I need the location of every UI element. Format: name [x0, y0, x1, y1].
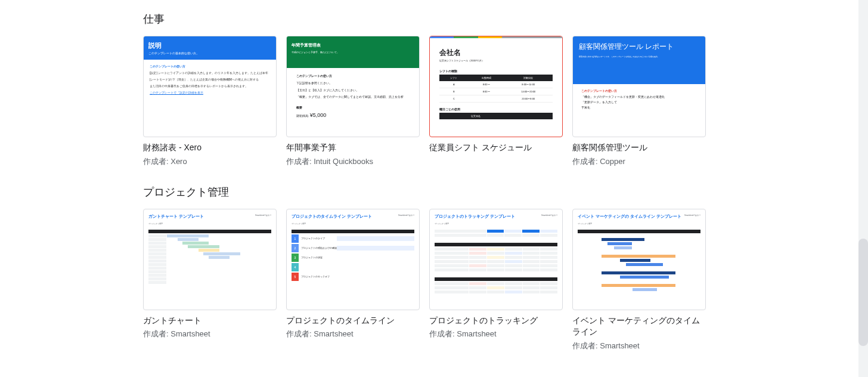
thumb-section-label: 曜日ごとの使用 — [439, 107, 553, 111]
thumb-item: 下記説明を参照ください。 — [296, 81, 410, 86]
template-card-tracking[interactable]: プロジェクトのトラッキング テンプレート Smartsheet® 提供 » プロ… — [429, 209, 563, 351]
template-author: 作成者: Copper — [572, 156, 706, 167]
template-title: プロジェクトのトラッキング — [429, 315, 563, 327]
template-title: プロジェクトのタイムライン — [286, 315, 420, 327]
template-card-gantt[interactable]: ガントチャート テンプレート Smartsheet® 提供 » プロジェクト管理 — [143, 209, 277, 351]
template-card-event[interactable]: イベント マーケティングの タイムライン テンプレート Smartsheet® … — [572, 209, 706, 351]
template-author: 作成者: Smartsheet — [143, 329, 277, 339]
section-project: プロジェクト管理 ガントチャート テンプレート Smartsheet® 提供 »… — [143, 185, 844, 351]
td: 8:00〜14:00 — [504, 81, 553, 88]
tl-label: プロジェクトのキックオフ — [301, 275, 337, 278]
thumbnail-timeline: プロジェクトのタイムライン テンプレート Smartsheet® 提供 » プロ… — [286, 209, 420, 310]
thumb-heading: プロジェクトのトラッキング テンプレート — [435, 214, 515, 219]
thumb-item: 予算化 — [581, 106, 697, 109]
td: 20:00〜8:00 — [504, 95, 553, 103]
template-card-shift[interactable]: 会社名 従業員シフトスケジュール（2000年1月） シフトの種類 シフト 出勤時… — [429, 36, 563, 167]
thumb-sub: プロジェクト管理 — [148, 223, 271, 225]
thumb-footer-amount: ¥5,000 — [310, 112, 327, 118]
thumb-header-sub: このテンプレートの基本的な使い方。 — [148, 51, 271, 55]
thumb-item: 【支出】と【収入】タブに入力してください。 — [296, 88, 410, 93]
thumb-shift-table: シフト 出勤時間 対象病院 A 8:00〜 8:00〜14:00 B 8:00〜 — [439, 75, 553, 103]
thumb-item: [設定] シートにライアントの詳細を入力します。のリスト年を入力します。たとえば… — [150, 70, 270, 75]
thumb-footer-label: 概要 — [296, 106, 410, 110]
thumb-body-heading: このテンプレートの使い方 — [581, 89, 697, 92]
thumb-header-sub: 顧客関係に関する詳細なレポートです。このテンプレートを利用してあなたのビジネス環… — [579, 55, 699, 58]
template-title: ガントチャート — [143, 315, 277, 327]
template-author: 作成者: Smartsheet — [286, 329, 420, 339]
template-author: 作成者: Smartsheet — [572, 341, 706, 351]
template-author: 作成者: Intuit Quickbooks — [286, 156, 420, 167]
th: 対象病院 — [504, 75, 553, 81]
thumb-meta: Smartsheet® 提供 » — [684, 214, 700, 219]
thumb-body-heading: このテンプレートの使い方 — [296, 74, 410, 78]
th: 出勤時間 — [469, 75, 504, 81]
td — [469, 95, 504, 103]
section-title-project: プロジェクト管理 — [143, 185, 844, 199]
thumb-item-link: このテンプレートで「設定の詳細を表示 — [150, 90, 270, 95]
thumb-header-title: 顧客関係管理ツール レポート — [579, 42, 699, 52]
thumb-heading: プロジェクトのタイムライン テンプレート — [292, 214, 372, 219]
thumb-sub: プロジェクト管理 — [292, 223, 414, 225]
thumbnail-budget: 年間予算管理表 年間のビジョンと予算手、新たにについて。 このテンプレートの使い… — [286, 36, 420, 137]
template-title: 年間事業予算 — [286, 142, 420, 154]
thumb-item: 「機会」タブのデータフィールドを更新・変更にあわせ最適化 — [581, 95, 697, 98]
section-work: 仕事 説明 このテンプレートの基本的な使い方。 このテンプレートの使い方 [設定… — [143, 12, 844, 167]
template-title: 顧客関係管理ツール — [572, 142, 706, 154]
thumb-meta: Smartsheet® 提供 » — [255, 214, 271, 219]
thumb-company: 会社名 — [439, 48, 553, 58]
td: C — [439, 95, 469, 103]
thumbnail-shift: 会社名 従業員シフトスケジュール（2000年1月） シフトの種類 シフト 出勤時… — [429, 36, 563, 137]
thumb-meta: Smartsheet® 提供 » — [541, 214, 557, 219]
thumb-header-title: 年間予算管理表 — [292, 42, 414, 48]
th: 従業員名 — [439, 113, 513, 119]
template-card-timeline[interactable]: プロジェクトのタイムライン テンプレート Smartsheet® 提供 » プロ… — [286, 209, 420, 351]
tl-label: プロジェクトの決定 — [301, 256, 337, 259]
thumbnail-gantt: ガントチャート テンプレート Smartsheet® 提供 » プロジェクト管理 — [143, 209, 277, 310]
tl-label: プロジェクトの開始およびの確認 — [301, 246, 337, 249]
tl-label: プロジェクトのタイプ — [301, 237, 337, 240]
td: 14:00〜20:00 — [504, 88, 553, 95]
template-card-xero[interactable]: 説明 このテンプレートの基本的な使い方。 このテンプレートの使い方 [設定] シ… — [143, 36, 277, 167]
template-title: イベント マーケティングのタイムライン — [572, 315, 706, 338]
template-author: 作成者: Smartsheet — [429, 329, 563, 339]
thumb-item: また項目の中身書代をご自身の目標を示するレポートから表示されます。 — [150, 84, 270, 88]
td: B — [439, 88, 469, 95]
scrollbar-thumb[interactable] — [858, 239, 868, 346]
section-title-work: 仕事 — [143, 12, 844, 26]
thumb-meta: Smartsheet® 提供 » — [398, 214, 414, 219]
thumb-heading: イベント マーケティングの タイムライン テンプレート — [578, 214, 681, 219]
thumb-item: 「更新データ」を入力して — [581, 100, 697, 104]
thumb-heading: ガントチャート テンプレート — [148, 214, 204, 219]
scrollbar-track[interactable] — [858, 0, 868, 377]
thumbnail-xero: 説明 このテンプレートの基本的な使い方。 このテンプレートの使い方 [設定] シ… — [143, 36, 277, 137]
templates-row-work: 説明 このテンプレートの基本的な使い方。 このテンプレートの使い方 [設定] シ… — [143, 36, 844, 167]
thumb-footer-sublabel: 期初残高: — [296, 114, 309, 118]
thumb-sub: プロジェクト管理 — [578, 223, 700, 225]
thumbnail-crm: 顧客関係管理ツール レポート 顧客関係に関する詳細なレポートです。このテンプレー… — [572, 36, 706, 137]
templates-row-project: ガントチャート テンプレート Smartsheet® 提供 » プロジェクト管理 — [143, 209, 844, 351]
thumb-body-heading: このテンプレートの使い方 — [150, 64, 270, 68]
thumb-item: [シートモード]の下［現金］、たとえば企業の場合や税務機関への視え方に対する — [150, 77, 270, 82]
thumb-item: 「概要」タブでは、全てのデータに関してまとめて確認。支出総額、売上を分析 — [296, 95, 410, 100]
thumb-header-title: 説明 — [148, 41, 271, 50]
thumb-sub: 従業員シフトスケジュール（2000年1月） — [439, 59, 553, 62]
td: 8:00〜 — [469, 81, 504, 88]
template-card-budget[interactable]: 年間予算管理表 年間のビジョンと予算手、新たにについて。 このテンプレートの使い… — [286, 36, 420, 167]
th: シフト — [439, 75, 469, 81]
td: 8:00〜 — [469, 88, 504, 95]
thumbnail-event: イベント マーケティングの タイムライン テンプレート Smartsheet® … — [572, 209, 706, 310]
template-card-crm[interactable]: 顧客関係管理ツール レポート 顧客関係に関する詳細なレポートです。このテンプレー… — [572, 36, 706, 167]
thumb-section-label: シフトの種類 — [439, 69, 553, 73]
template-title: 従業員シフト スケジュール — [429, 142, 563, 154]
thumbnail-tracking: プロジェクトのトラッキング テンプレート Smartsheet® 提供 » プロ… — [429, 209, 563, 310]
td: A — [439, 81, 469, 88]
thumb-header-sub: 年間のビジョンと予算手、新たにについて。 — [292, 51, 414, 54]
template-title: 財務諸表 - Xero — [143, 142, 277, 154]
thumb-shift-table: 従業員名 — [439, 113, 553, 119]
thumb-sub: プロジェクト管理 — [435, 223, 557, 225]
template-author: 作成者: Xero — [143, 156, 277, 167]
